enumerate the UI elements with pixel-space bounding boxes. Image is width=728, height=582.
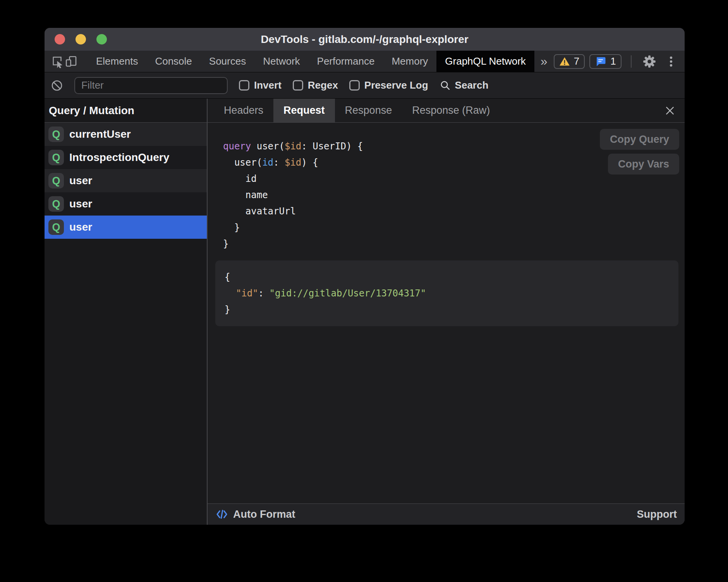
kebab-menu-icon[interactable] xyxy=(663,53,680,70)
query-list-item-label: currentUser xyxy=(69,128,131,140)
regex-label: Regex xyxy=(308,79,338,91)
query-list-item-label: user xyxy=(69,221,92,233)
inspect-element-icon[interactable] xyxy=(51,53,64,70)
warning-count: 7 xyxy=(574,55,579,67)
tab-elements[interactable]: Elements xyxy=(88,51,146,72)
query-variables-box: { "id": "gid://gitlab/User/13704317" } xyxy=(215,260,678,326)
search-icon xyxy=(440,80,451,91)
sidebar-header: Query / Mutation xyxy=(45,99,207,123)
query-list-item-label: user xyxy=(69,175,92,187)
warnings-badge[interactable]: 7 xyxy=(554,54,585,69)
issues-count: 1 xyxy=(610,55,616,67)
code-brackets-icon xyxy=(215,508,228,521)
preserve-log-checkbox-group[interactable]: Preserve Log xyxy=(349,79,428,91)
auto-format-label: Auto Format xyxy=(233,508,295,520)
tab-headers[interactable]: Headers xyxy=(214,99,273,122)
filter-bar: Invert Regex Preserve Log Search xyxy=(45,72,685,99)
query-list-item-selected[interactable]: Q user xyxy=(45,216,207,239)
tab-response[interactable]: Response xyxy=(335,99,402,122)
devtools-toolbar: Elements Console Sources Network Perform… xyxy=(45,51,685,72)
issues-badge[interactable]: 1 xyxy=(589,54,621,69)
support-link[interactable]: Support xyxy=(637,508,677,520)
window-title: DevTools - gitlab.com/-/graphql-explorer xyxy=(45,33,685,46)
query-list-item-label: IntrospectionQuery xyxy=(69,151,169,164)
query-list-item-label: user xyxy=(69,198,92,210)
toolbar-divider xyxy=(631,55,632,68)
zoom-window-button[interactable] xyxy=(96,34,107,45)
warning-icon xyxy=(559,56,570,67)
tab-performance[interactable]: Performance xyxy=(309,51,383,72)
detail-panel: Headers Request Response Response (Raw) … xyxy=(208,99,685,525)
query-type-badge: Q xyxy=(48,173,64,188)
query-list-sidebar: Query / Mutation Q currentUser Q Introsp… xyxy=(45,99,208,525)
preserve-log-label: Preserve Log xyxy=(364,79,428,91)
detail-panel-tabs: Headers Request Response Response (Raw) xyxy=(208,99,685,123)
invert-checkbox[interactable] xyxy=(239,80,249,91)
tab-response-raw[interactable]: Response (Raw) xyxy=(402,99,500,122)
settings-gear-icon[interactable] xyxy=(641,53,658,70)
query-list-item[interactable]: Q user xyxy=(45,192,207,216)
query-type-badge: Q xyxy=(48,127,64,142)
regex-checkbox[interactable] xyxy=(293,80,303,91)
query-type-badge: Q xyxy=(48,150,64,165)
tab-sources[interactable]: Sources xyxy=(201,51,254,72)
device-toolbar-icon[interactable] xyxy=(64,53,78,70)
preserve-log-checkbox[interactable] xyxy=(349,80,360,91)
copy-query-button[interactable]: Copy Query xyxy=(600,129,679,150)
query-list-item[interactable]: Q user xyxy=(45,169,207,192)
devtools-window: DevTools - gitlab.com/-/graphql-explorer… xyxy=(45,28,685,525)
tab-graphql-network[interactable]: GraphQL Network xyxy=(436,51,534,72)
minimize-window-button[interactable] xyxy=(76,34,86,45)
copy-vars-button[interactable]: Copy Vars xyxy=(608,154,679,175)
tab-console[interactable]: Console xyxy=(146,51,200,72)
tab-memory[interactable]: Memory xyxy=(383,51,436,72)
message-icon xyxy=(595,56,606,67)
more-tabs-chevron[interactable]: » xyxy=(534,54,554,68)
clear-block-icon[interactable] xyxy=(51,79,63,92)
close-window-button[interactable] xyxy=(55,34,65,45)
query-list-item[interactable]: Q IntrospectionQuery xyxy=(45,146,207,169)
regex-checkbox-group[interactable]: Regex xyxy=(293,79,338,91)
search-label: Search xyxy=(455,79,489,91)
query-type-badge: Q xyxy=(48,219,64,235)
request-content: query user($id: UserID) { user(id: $id) … xyxy=(208,123,685,503)
traffic-lights xyxy=(55,28,107,51)
query-list-item[interactable]: Q currentUser xyxy=(45,123,207,146)
search-button[interactable]: Search xyxy=(440,79,489,91)
status-bar: Auto Format Support xyxy=(208,503,685,525)
auto-format-button[interactable]: Auto Format xyxy=(215,508,295,521)
invert-label: Invert xyxy=(254,79,282,91)
close-panel-icon[interactable] xyxy=(664,104,676,117)
filter-input[interactable] xyxy=(74,77,228,94)
query-type-badge: Q xyxy=(48,196,64,212)
tab-network[interactable]: Network xyxy=(254,51,308,72)
invert-checkbox-group[interactable]: Invert xyxy=(239,79,282,91)
tab-request[interactable]: Request xyxy=(273,99,335,122)
title-bar: DevTools - gitlab.com/-/graphql-explorer xyxy=(45,28,685,51)
